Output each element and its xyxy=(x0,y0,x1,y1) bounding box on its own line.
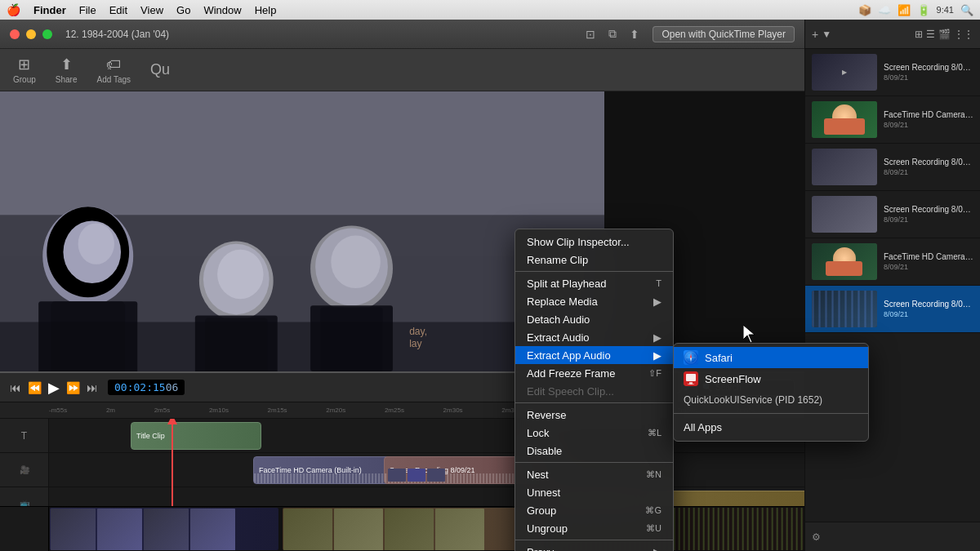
toolbar-add-tags[interactable]: 🏷 Add Tags xyxy=(96,56,131,84)
sidebar-item-info-1: Screen Recording 8/09/21 8/09/21 xyxy=(884,63,973,82)
spotlight-icon[interactable]: 🔍 xyxy=(960,4,973,16)
battery-icon[interactable]: 🔋 xyxy=(917,4,930,16)
sidebar-add-icon[interactable]: + xyxy=(812,28,818,41)
menu-label-lock: Lock xyxy=(527,427,549,439)
sidebar-item-name-6: Screen Recording 8/09/21 xyxy=(884,300,973,309)
menu-item-split[interactable]: Split at Playhead T xyxy=(515,274,673,292)
sidebar-item-5[interactable]: FaceTime HD Camera (Built-in) 8/09/21 xyxy=(805,238,980,286)
crop-icon[interactable]: ⧉ xyxy=(608,27,617,41)
track-row-2: 🎥 FaceTime HD Camera (Built-in) Screen R… xyxy=(0,453,804,487)
submenu-item-screenflow[interactable]: ScreenFlow xyxy=(674,368,868,389)
svg-rect-29 xyxy=(686,374,696,381)
submenu-label-all-apps: All Apps xyxy=(684,421,722,433)
step-forward-button[interactable]: ⏩ xyxy=(66,381,80,394)
track-icon-3: 📺 xyxy=(20,500,29,506)
menu-item-nest[interactable]: Nest ⌘N xyxy=(515,465,673,483)
submenu-item-safari[interactable]: Safari xyxy=(674,347,868,368)
close-button[interactable] xyxy=(10,29,20,39)
separator-4 xyxy=(515,540,673,540)
menubar-finder[interactable]: Finder xyxy=(33,4,66,16)
toolbar-share[interactable]: ⬆ Share xyxy=(56,56,78,84)
menu-item-detach-audio[interactable]: Detach Audio xyxy=(515,310,673,328)
sidebar-item-6[interactable]: Screen Recording 8/09/21 8/09/21 xyxy=(805,286,980,333)
sidebar-item-1[interactable]: ▶ Screen Recording 8/09/21 8/09/21 xyxy=(805,49,980,96)
dropbox-icon[interactable]: 📦 xyxy=(858,4,871,16)
menu-item-disable[interactable]: Disable xyxy=(515,442,673,460)
separator-1 xyxy=(515,271,673,272)
sidebar-thumb-1: ▶ xyxy=(812,54,877,91)
sidebar-item-info-2: FaceTime HD Camera (Built-in) 8/09/21 xyxy=(884,110,973,129)
submenu-label-screenflow: ScreenFlow xyxy=(705,373,761,385)
menubar-help[interactable]: Help xyxy=(255,4,277,16)
toolbar-group[interactable]: ⊞ Group xyxy=(13,56,36,84)
wifi-icon[interactable]: 📶 xyxy=(898,4,911,16)
arrow-extract-app-audio: ▶ xyxy=(653,349,662,362)
sidebar-item-2[interactable]: FaceTime HD Camera (Built-in) 8/09/21 xyxy=(805,96,980,144)
skip-back-button[interactable]: ⏮ xyxy=(10,381,21,394)
menu-item-unnest[interactable]: Unnest xyxy=(515,483,673,501)
play-button[interactable]: ▶ xyxy=(48,379,60,397)
svg-rect-31 xyxy=(688,384,694,384)
share-header-icon[interactable]: ⬆ xyxy=(630,28,639,41)
sidebar-settings-icon[interactable]: ⚙ xyxy=(812,531,821,543)
menu-item-show-clip-inspector[interactable]: Show Clip Inspector... xyxy=(515,233,673,251)
submenu-item-quicklook[interactable]: QuickLookUIService (PID 1652) xyxy=(674,389,868,411)
menubar-file[interactable]: File xyxy=(79,4,96,16)
screenflow-app-icon xyxy=(684,371,698,386)
sidebar-item-name-5: FaceTime HD Camera (Built-in) xyxy=(884,252,973,261)
minimize-button[interactable] xyxy=(26,29,36,39)
sidebar-toolbar: + ▼ ⊞ ☰ 🎬 ⋮⋮ xyxy=(805,20,980,49)
track-icon-1: T xyxy=(21,430,27,442)
sidebar-grid-icon[interactable]: ⊞ xyxy=(915,29,923,40)
clip-facetime[interactable]: FaceTime HD Camera (Built-in) xyxy=(253,456,400,484)
open-with-button[interactable]: Open with QuickTime Player xyxy=(653,26,795,42)
window-tools: ⊡ ⧉ ⬆ Open with QuickTime Player xyxy=(586,26,795,42)
step-back-button[interactable]: ⏪ xyxy=(28,381,42,394)
menu-label-ungroup: Ungroup xyxy=(527,522,568,535)
menu-item-rename-clip[interactable]: Rename Clip xyxy=(515,251,673,269)
separator-2 xyxy=(515,402,673,403)
menu-label-add-freeze: Add Freeze Frame xyxy=(527,367,615,380)
sidebar-item-3[interactable]: Screen Recording 8/09/21 8/09/21 xyxy=(805,144,980,191)
menu-item-reverse[interactable]: Reverse xyxy=(515,406,673,424)
sidebar-film-icon[interactable]: 🎬 xyxy=(938,29,951,40)
sidebar-view-icon[interactable]: ▼ xyxy=(822,29,831,40)
right-sidebar: + ▼ ⊞ ☰ 🎬 ⋮⋮ ▶ Screen Recording 8/09/21 xyxy=(804,20,980,551)
submenu-label-safari: Safari xyxy=(705,352,733,364)
sidebar-item-name-1: Screen Recording 8/09/21 xyxy=(884,63,973,72)
sidebar-item-info-6: Screen Recording 8/09/21 8/09/21 xyxy=(884,300,973,318)
menubar-go[interactable]: Go xyxy=(176,4,190,16)
skip-forward-button[interactable]: ⏭ xyxy=(87,381,98,394)
clip-title[interactable]: Title Clip xyxy=(131,422,261,450)
video-preview: day, lay xyxy=(0,91,604,371)
toolbar-quicktime[interactable]: Qu xyxy=(150,61,170,78)
timecode-display: 00:02:1506 xyxy=(108,380,185,395)
submenu-extract-app-audio: Safari ScreenFlow QuickLookUIService (PI… xyxy=(673,343,869,442)
menu-item-ungroup[interactable]: Ungroup ⌘U xyxy=(515,519,673,537)
menubar: 🍎 Finder File Edit View Go Window Help 📦… xyxy=(0,0,980,20)
menubar-window[interactable]: Window xyxy=(203,4,241,16)
clock-icon: 9:41 xyxy=(937,5,954,15)
menubar-edit[interactable]: Edit xyxy=(109,4,127,16)
menu-item-lock[interactable]: Lock ⌘L xyxy=(515,424,673,442)
sidebar-item-date-2: 8/09/21 xyxy=(884,121,973,129)
maximize-button[interactable] xyxy=(42,29,52,39)
menu-item-replace-media[interactable]: Replace Media ▶ xyxy=(515,292,673,310)
menu-item-extract-app-audio[interactable]: Extract App Audio ▶ xyxy=(515,346,673,364)
cloudflare-icon[interactable]: ☁️ xyxy=(878,4,891,16)
sidebar-sort-icon[interactable]: ⋮⋮ xyxy=(954,29,973,40)
submenu-separator xyxy=(674,413,868,414)
sidebar-item-4[interactable]: Screen Recording 8/09/21 8/09/21 xyxy=(805,191,980,238)
sidebar-list-icon[interactable]: ☰ xyxy=(926,29,935,40)
menu-item-add-freeze[interactable]: Add Freeze Frame ⇧F xyxy=(515,364,673,382)
menu-item-group[interactable]: Group ⌘G xyxy=(515,501,673,519)
sidebar-item-date-1: 8/09/21 xyxy=(884,73,973,82)
apple-menu[interactable]: 🍎 xyxy=(7,3,20,16)
menu-item-proxy[interactable]: Proxy ▶ xyxy=(515,543,673,551)
menubar-right: 📦 ☁️ 📶 🔋 9:41 🔍 xyxy=(858,4,973,16)
aspect-ratio-icon[interactable]: ⊡ xyxy=(586,28,595,41)
submenu-item-all-apps[interactable]: All Apps xyxy=(674,416,868,438)
menu-item-extract-audio[interactable]: Extract Audio ▶ xyxy=(515,328,673,346)
window-header: 12. 1984-2004 (Jan '04) ⊡ ⧉ ⬆ Open with … xyxy=(0,20,804,49)
menubar-view[interactable]: View xyxy=(140,4,163,16)
